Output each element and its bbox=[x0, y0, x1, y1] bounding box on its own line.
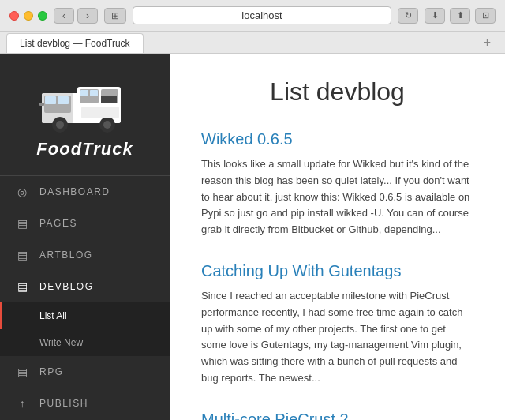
rpg-icon: ▤ bbox=[16, 366, 30, 378]
browser-tabbar: List devblog — FoodTruck + bbox=[0, 31, 505, 53]
close-dot[interactable] bbox=[9, 11, 19, 21]
blog-post-1: Catching Up With Gutentags Since I reach… bbox=[201, 262, 473, 387]
post-title-2[interactable]: Multi-core PieCrust 2 bbox=[201, 411, 473, 420]
svg-rect-13 bbox=[90, 90, 98, 96]
new-tab-button[interactable]: + bbox=[476, 32, 499, 53]
publish-icon: ↑ bbox=[16, 397, 30, 410]
sidebar-subnav-devblog: List All Write New bbox=[0, 302, 170, 356]
svg-point-7 bbox=[56, 121, 64, 129]
sidebar-item-label-dashboard: DASHBOARD bbox=[39, 186, 110, 197]
svg-rect-11 bbox=[58, 96, 69, 104]
browser-chrome: ‹ › ⊞ localhost ↻ ⬇ ⬆ ⊡ List devblog — F… bbox=[0, 0, 505, 54]
sidebar-item-label-artblog: ARTBLOG bbox=[39, 249, 93, 261]
sidebar-logo: FoodTruck bbox=[0, 54, 170, 176]
blog-post-2: Multi-core PieCrust 2 PieCrust news -- a… bbox=[201, 411, 473, 420]
post-title-1[interactable]: Catching Up With Gutentags bbox=[201, 262, 473, 280]
svg-rect-10 bbox=[45, 96, 56, 104]
artblog-icon: ▤ bbox=[16, 249, 30, 261]
sidebar-item-label-pages: PAGES bbox=[39, 218, 77, 229]
foodtruck-logo-icon bbox=[38, 69, 133, 133]
browser-nav: ‹ › bbox=[54, 8, 98, 24]
svg-rect-12 bbox=[80, 90, 88, 96]
dashboard-icon: ◎ bbox=[16, 186, 30, 198]
share-button[interactable]: ⬆ bbox=[450, 8, 470, 24]
sidebar-subitem-list-all[interactable]: List All bbox=[0, 302, 170, 329]
sidebar-item-dashboard[interactable]: ◎ DASHBOARD bbox=[0, 176, 170, 208]
svg-rect-15 bbox=[81, 107, 119, 118]
blog-post-0: Wikked 0.6.5 This looks like a small upd… bbox=[201, 130, 473, 238]
sidebar-item-label-devblog: DEVBLOG bbox=[39, 281, 94, 292]
svg-rect-14 bbox=[101, 96, 117, 103]
post-title-0[interactable]: Wikked 0.6.5 bbox=[201, 130, 473, 148]
minimize-dot[interactable] bbox=[24, 11, 33, 21]
active-tab[interactable]: List devblog — FoodTruck bbox=[6, 33, 144, 53]
reload-button[interactable]: ↻ bbox=[398, 8, 418, 24]
back-button[interactable]: ‹ bbox=[54, 8, 74, 24]
main-content: List devblog Wikked 0.6.5 This looks lik… bbox=[170, 54, 505, 420]
maximize-dot[interactable] bbox=[38, 11, 47, 21]
devblog-icon: ▤ bbox=[16, 280, 30, 293]
sidebar-item-rpg[interactable]: ▤ RPG bbox=[0, 356, 170, 388]
page-title: List devblog bbox=[201, 77, 473, 107]
view-button[interactable]: ⊞ bbox=[104, 8, 126, 24]
sidebar-item-artblog[interactable]: ▤ ARTBLOG bbox=[0, 239, 170, 271]
download-button[interactable]: ⬇ bbox=[425, 8, 445, 24]
sidebar-item-label-rpg: RPG bbox=[39, 366, 64, 377]
browser-actions: ⬇ ⬆ ⊡ bbox=[425, 8, 496, 24]
svg-point-9 bbox=[103, 121, 111, 129]
browser-dots bbox=[9, 11, 47, 21]
address-bar[interactable]: localhost bbox=[133, 6, 391, 24]
fullscreen-button[interactable]: ⊡ bbox=[475, 8, 496, 24]
sidebar-item-devblog[interactable]: ▤ DEVBLOG bbox=[0, 271, 170, 302]
post-excerpt-0: This looks like a small update for Wikke… bbox=[201, 156, 473, 238]
post-excerpt-1: Since I reached an acceptable milestone … bbox=[201, 288, 473, 387]
app-layout: FoodTruck ◎ DASHBOARD ▤ PAGES ▤ ARTBLOG … bbox=[0, 54, 505, 420]
sidebar-subitem-write-new[interactable]: Write New bbox=[0, 329, 170, 356]
sidebar-item-label-publish: PUBLISH bbox=[39, 398, 88, 409]
svg-rect-16 bbox=[39, 103, 44, 106]
browser-titlebar: ‹ › ⊞ localhost ↻ ⬇ ⬆ ⊡ bbox=[0, 0, 505, 31]
forward-button[interactable]: › bbox=[77, 8, 98, 24]
sidebar-item-publish[interactable]: ↑ PUBLISH bbox=[0, 388, 170, 419]
sidebar-brand: FoodTruck bbox=[36, 139, 133, 159]
sidebar-item-pages[interactable]: ▤ PAGES bbox=[0, 208, 170, 239]
sidebar: FoodTruck ◎ DASHBOARD ▤ PAGES ▤ ARTBLOG … bbox=[0, 54, 170, 420]
pages-icon: ▤ bbox=[16, 217, 30, 230]
